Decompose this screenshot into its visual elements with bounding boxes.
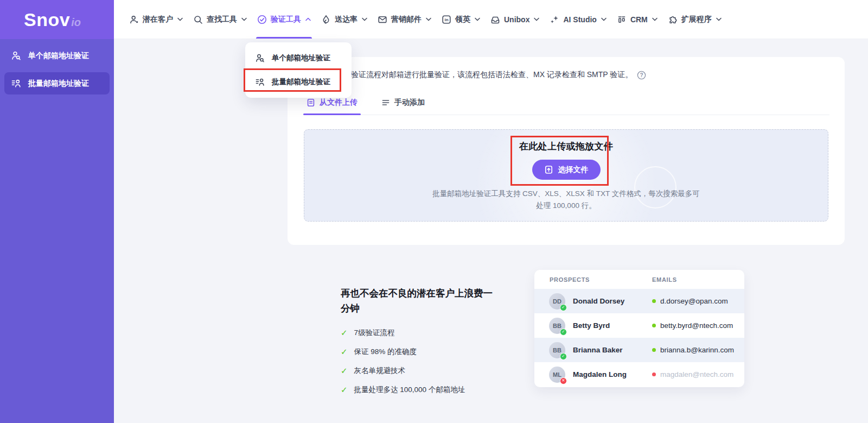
chevron-down-icon [177,17,183,21]
chevron-down-icon [534,17,539,21]
invalid-badge-icon: ✕ [560,377,567,384]
svg-text:in: in [444,17,448,22]
promo-bullet-text: 批量处理多达 100,000 个邮箱地址 [354,385,465,395]
dropdown-item-single-verify[interactable]: 单个邮箱地址验证 [245,46,352,70]
tab-label: 手动添加 [394,98,425,108]
linkedin-icon: in [442,15,451,24]
tab-label: 从文件上传 [320,98,358,108]
list-person-icon [255,77,265,87]
page: Snov io 单个邮箱地址验证 批量邮箱地址验证 [0,0,868,423]
prospect-name: Brianna Baker [573,346,623,354]
chevron-down-icon [241,17,247,21]
chevron-down-icon [652,17,658,21]
verify-tools-dropdown: 单个邮箱地址验证 批量邮箱地址验证 [245,42,352,98]
nav-deliverability[interactable]: 送达率 [321,0,367,39]
chevron-down-icon [716,17,722,21]
nav-extensions[interactable]: 扩展程序 [668,0,722,39]
nav-crm[interactable]: CRM [617,0,658,39]
valid-status-dot [652,324,656,327]
dropzone-description-line2: 处理 100,000 行。 [304,200,828,212]
valid-status-dot [652,299,656,303]
prospect-email: betty.byrd@ntech.com [660,321,733,330]
upload-tabs: 从文件上传 手动添加 [307,91,829,115]
nav-ai-studio[interactable]: AI Studio [550,0,606,39]
check-icon: ✓ [341,385,348,395]
check-icon: ✓ [341,366,348,376]
promo-bullet-text: 灰名单规避技术 [354,366,406,376]
column-header-emails: EMAILS [652,276,677,283]
search-icon [193,15,203,24]
nav-label: 送达率 [335,15,358,24]
tab-add-manually[interactable]: 手动添加 [381,91,425,115]
promo-bullet-text: 7级验证流程 [354,328,395,338]
check-icon: ✓ [341,328,348,338]
nav-linkedin[interactable]: in 领英 [442,0,480,39]
nav-label: Unibox [504,15,529,24]
sidebar-item-label: 单个邮箱地址验证 [28,51,89,61]
invalid-status-dot [652,373,656,376]
table-row: DD✓ Donald Dorsey d.dorsey@opan.com [534,289,744,313]
file-dropzone[interactable]: 在此处上传或拖放文件 选择文件 批量邮箱地址验证工具支持 CSV、XLS、XLS… [304,129,828,222]
prospects-table-header: PROSPECTS EMAILS [534,270,744,289]
chevron-down-icon [601,17,607,21]
nav-finder-tools[interactable]: 查找工具 [193,0,247,39]
choose-file-button[interactable]: 选择文件 [532,160,601,180]
mail-icon [378,15,387,24]
crm-icon [617,15,627,24]
promo-section: 再也不会在不良的潜在客户上浪费一分钟 ✓ 7级验证流程 ✓ 保证 98% 的准确… [341,286,499,404]
avatar: ML✕ [549,367,565,383]
person-search-icon [255,53,265,63]
nav-email-campaigns[interactable]: 营销邮件 [378,0,431,39]
promo-bullet: ✓ 灰名单规避技术 [341,366,499,376]
sidebar-item-bulk-verify[interactable]: 批量邮箱地址验证 [4,72,110,94]
question-circle-icon[interactable]: ? [637,71,646,80]
bulk-verify-card: 验证流程对邮箱进行批量验证，该流程包括语法检查、MX 记录检查和 SMTP 验证… [288,57,845,245]
nav-verify-tools[interactable]: 验证工具 [257,0,311,39]
sidebar-item-single-verify[interactable]: 单个邮箱地址验证 [4,45,110,67]
sidebar-item-label: 批量邮箱地址验证 [28,79,89,89]
valid-badge-icon: ✓ [560,304,567,311]
choose-file-label: 选择文件 [558,165,589,175]
brand-logo[interactable]: Snov io [0,0,114,39]
prospect-email: d.dorsey@opan.com [660,297,728,305]
prospect-email: brianna.b@karinn.com [660,346,734,354]
users-icon [129,15,139,24]
dropzone-description: 批量邮箱地址验证工具支持 CSV、XLS、XLSX 和 TXT 文件格式，每次搜… [304,188,828,212]
nav-unibox[interactable]: Unibox [490,0,539,39]
person-search-icon [11,50,21,61]
promo-bullet-text: 保证 98% 的准确度 [354,347,417,357]
brand-suffix: io [71,11,81,29]
svg-text:?: ? [640,72,643,78]
sidebar: Snov io 单个邮箱地址验证 批量邮箱地址验证 [0,0,114,423]
upload-file-icon [544,165,553,174]
active-tab-underline [303,113,361,115]
manual-add-icon [381,98,390,107]
prospect-name: Donald Dorsey [573,297,624,305]
nav-label: AI Studio [563,15,596,24]
promo-heading: 再也不会在不良的潜在客户上浪费一分钟 [341,286,499,316]
check-circle-icon [257,15,267,24]
chevron-up-icon [305,17,311,21]
puzzle-icon [668,15,678,24]
nav-prospects[interactable]: 潜在客户 [129,0,183,39]
prospect-name: Magdalen Long [573,370,627,378]
dropzone-description-line1: 批量邮箱地址验证工具支持 CSV、XLS、XLSX 和 TXT 文件格式，每次搜… [304,188,828,200]
top-navigation: 潜在客户 查找工具 验证工具 送达率 [114,0,868,39]
promo-bullet: ✓ 批量处理多达 100,000 个邮箱地址 [341,385,499,395]
table-row: BB✓ Brianna Baker brianna.b@karinn.com [534,338,744,362]
column-header-prospects: PROSPECTS [534,276,652,283]
promo-bullet: ✓ 7级验证流程 [341,328,499,338]
avatar: BB✓ [549,318,565,334]
file-upload-icon [307,98,315,107]
active-nav-underline [256,37,312,39]
dropdown-item-bulk-verify[interactable]: 批量邮箱地址验证 [245,70,352,94]
nav-label: 验证工具 [271,15,301,24]
nav-label: 查找工具 [207,15,237,24]
promo-bullet: ✓ 保证 98% 的准确度 [341,347,499,357]
flame-icon [321,15,331,24]
dropdown-item-label: 批量邮箱地址验证 [272,77,330,87]
chevron-down-icon [475,17,480,21]
prospects-table: PROSPECTS EMAILS DD✓ Donald Dorsey d.dor… [534,270,744,387]
sparkles-icon [550,15,559,24]
intro-text: 验证流程对邮箱进行批量验证，该流程包括语法检查、MX 记录检查和 SMTP 验证… [351,70,633,80]
